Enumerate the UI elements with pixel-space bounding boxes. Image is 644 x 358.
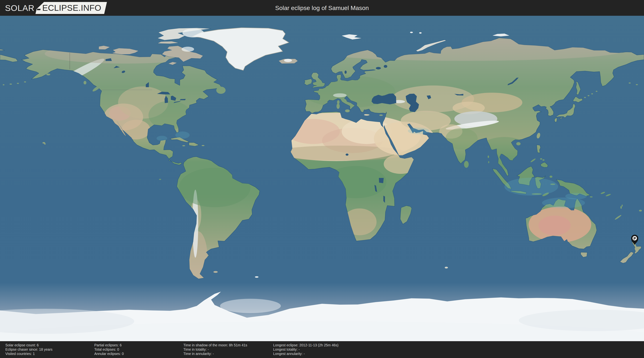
landmass [379,178,384,183]
map-detail [346,154,348,156]
map-detail [3,84,4,85]
stat-line: Visited countries: 1 [5,351,52,356]
map-detail [214,271,218,273]
map-detail [550,176,552,178]
logo-word-solar: SOLAR [5,3,34,13]
map-detail [636,84,638,85]
map-detail [384,65,387,68]
stat-line: Longest eclipse: 2012-11-13 (2h 25m 46s) [273,343,338,347]
map-detail [182,47,194,52]
landmass [180,99,186,100]
map-detail [410,32,413,33]
map-detail [379,115,383,116]
map-detail [464,161,469,168]
map-detail [84,81,86,85]
map-detail [24,82,26,83]
header-bar: SOLAR ECLIPSE.INFO Solar eclipse log of … [0,0,644,16]
marker-label: P [634,236,636,241]
stat-line: Longest totality: - [273,347,338,351]
world-map: P [0,16,644,341]
map-detail [159,179,161,180]
stat-line: Partial eclipses: 6 [94,343,124,347]
map-detail [590,196,593,197]
map-detail [591,93,593,94]
footer-column-counts: Solar eclipse count: 6 Eclipse chaser si… [5,343,52,356]
map-detail [419,32,422,34]
map-detail [216,87,226,94]
site-logo[interactable]: SOLAR ECLIPSE.INFO [5,2,106,14]
footer-column-records: Longest eclipse: 2012-11-13 (2h 25m 46s)… [273,343,338,356]
map-detail [344,71,347,74]
map-detail [182,145,185,146]
map-detail [445,267,448,268]
map-detail [376,67,381,70]
map-detail [596,91,598,92]
map-detail [620,206,622,209]
map-detail [408,128,429,134]
map-detail [44,143,46,144]
landmass [554,118,557,122]
page-title: Solar eclipse log of Samuel Mason [275,5,369,12]
stat-line: Longest annularity: - [273,351,338,356]
map-detail [46,74,50,75]
map-detail [622,205,623,207]
footer-column-types: Partial eclipses: 6 Total eclipses: 0 An… [94,343,124,356]
map-detail [175,132,190,139]
stat-line: Time in annularity: - [183,351,247,356]
stat-line: Eclipse chaser since: 18 years [5,347,52,351]
map-detail [284,59,292,62]
stat-line: Annular eclipses: 0 [94,351,124,356]
map-detail [540,158,542,160]
map-detail [584,97,586,98]
footer-column-times: Time in shadow of the moon: 8h 51m 41s T… [183,343,247,356]
map-detail [156,136,167,141]
stat-line: Total eclipses: 0 [94,347,124,351]
map-detail [10,84,12,85]
logo-eclipse-wedge-icon: ECLIPSE.INFO [36,2,107,14]
map-detail [42,142,45,144]
stat-line: Time in shadow of the moon: 8h 51m 41s [183,343,247,347]
map-detail [639,210,642,212]
stats-footer: Solar eclipse count: 6 Eclipse chaser si… [0,341,644,358]
map-detail [504,178,558,195]
stat-line: Solar eclipse count: 6 [5,343,52,347]
map-detail [255,276,258,278]
stat-line: Time in totality: - [183,347,247,351]
world-map-container: P [0,16,644,341]
map-detail [588,95,590,96]
map-detail [220,299,281,313]
logo-word-eclipse-info: ECLIPSE.INFO [42,3,102,13]
map-detail [17,83,19,84]
map-detail [565,193,587,199]
landmass [537,145,540,153]
map-detail [182,29,204,38]
map-detail [202,145,204,146]
map-detail [538,216,571,235]
map-detail [628,83,631,84]
map-detail [542,159,544,161]
map-detail [345,109,350,112]
